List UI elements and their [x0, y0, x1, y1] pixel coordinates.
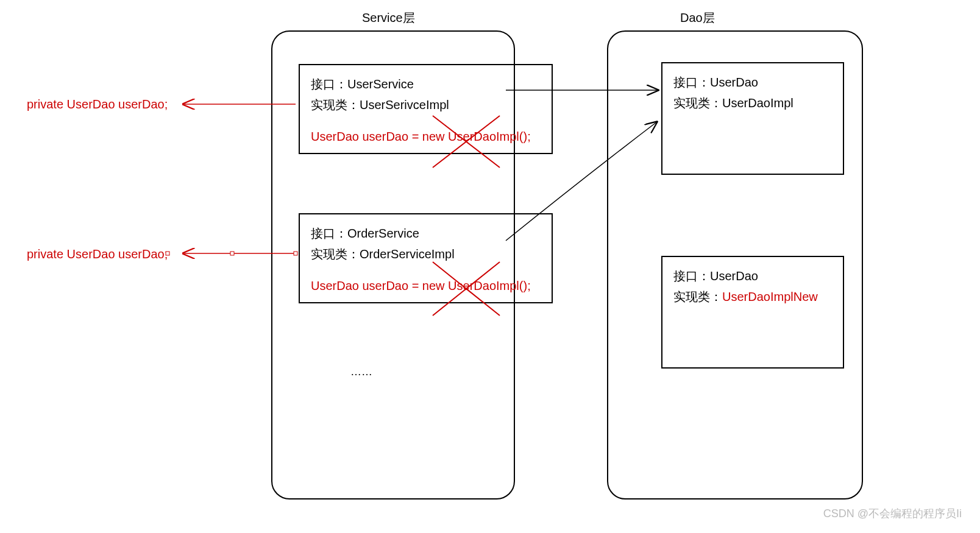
orderservice-code-line: UserDao userDao = new UserDaoImpl();	[311, 275, 541, 296]
userdao-interface-line: 接口：UserDao	[673, 72, 832, 93]
ellipsis-text: ……	[350, 365, 372, 378]
service-box-orderservice: 接口：OrderService 实现类：OrderServiceImpl Use…	[299, 213, 553, 303]
orderservice-impl-line: 实现类：OrderServiceImpl	[311, 244, 541, 264]
userservice-impl-line: 实现类：UserSerivceImpl	[311, 94, 541, 115]
userdaonew-impl-line: 实现类：UserDaoImplNew	[673, 286, 832, 307]
watermark-text: CSDN @不会编程的程序员Ii	[823, 506, 962, 521]
dao-box-userdaonew: 接口：UserDao 实现类：UserDaoImplNew	[661, 256, 844, 369]
userservice-interface-line: 接口：UserService	[311, 74, 541, 94]
annotation-private-top: private UserDao userDao;	[27, 97, 168, 111]
service-box-userservice: 接口：UserService 实现类：UserSerivceImpl UserD…	[299, 64, 553, 154]
userdaonew-interface-line: 接口：UserDao	[673, 266, 832, 286]
dao-layer-title: Dao层	[680, 10, 715, 26]
annotation-private-bottom: private UserDao userDao;	[27, 247, 168, 261]
dao-box-userdao: 接口：UserDao 实现类：UserDaoImpl	[661, 62, 844, 175]
orderservice-interface-line: 接口：OrderService	[311, 223, 541, 244]
userservice-code-line: UserDao userDao = new UserDaoImpl();	[311, 126, 541, 147]
handle-square-mid	[230, 252, 234, 255]
service-layer-title: Service层	[362, 10, 415, 26]
userdao-impl-line: 实现类：UserDaoImpl	[673, 93, 832, 113]
